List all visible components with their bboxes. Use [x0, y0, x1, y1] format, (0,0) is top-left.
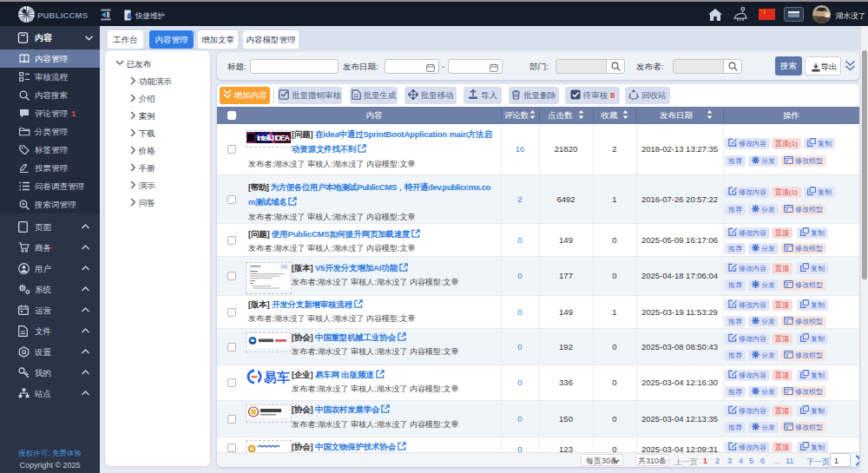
svg-text:易车: 易车	[263, 370, 290, 384]
svg-text:IntelliJ IDEA: IntelliJ IDEA	[257, 134, 291, 142]
